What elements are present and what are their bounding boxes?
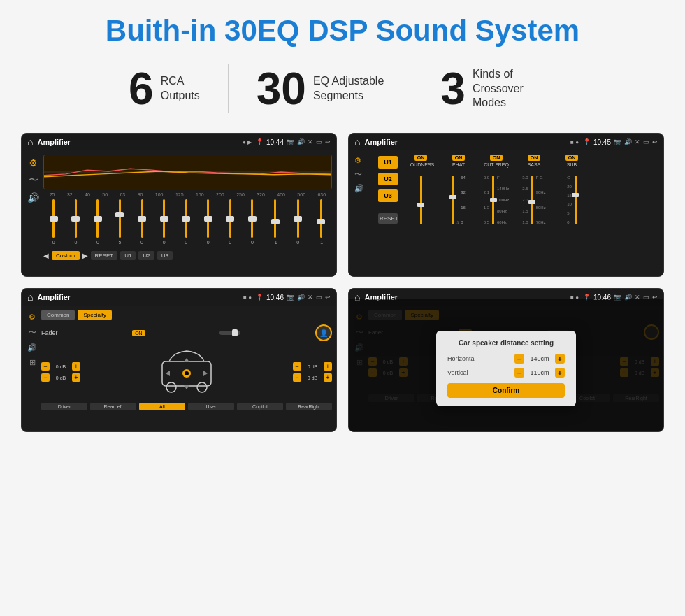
- cutfreq-label: CUT FREQ: [484, 162, 509, 167]
- fader-filter-icon[interactable]: ⚙: [29, 313, 36, 322]
- svg-point-4: [197, 382, 207, 392]
- eq-slider-5: 0: [140, 199, 143, 248]
- modal-title: Car speaker distance setting: [447, 339, 565, 347]
- home-icon[interactable]: ⌂: [27, 136, 33, 148]
- db-fl-minus[interactable]: −: [41, 362, 50, 371]
- eq-time: 10:44: [266, 138, 284, 146]
- eq-speaker-icon[interactable]: 🔊: [27, 192, 39, 203]
- svg-marker-8: [184, 385, 189, 389]
- eq-slider-10: 0: [251, 199, 254, 248]
- vertical-plus-btn[interactable]: +: [555, 368, 565, 378]
- fader-camera-icon: 📷: [287, 294, 294, 301]
- cross-status-bar: ⌂ Amplifier ■ ● 📍 10:45 📷 🔊 ✕ ▭ ↩: [349, 134, 663, 150]
- fader-avatar[interactable]: 👤: [315, 324, 332, 341]
- sub-on-badge: ON: [565, 155, 579, 161]
- fader-copilot-btn[interactable]: Copilot: [237, 403, 283, 410]
- screenshots-grid: ⌂ Amplifier ● ▶ 📍 10:44 📷 🔊 ✕ ▭ ↩ ⚙ 〜 🔊: [21, 133, 664, 432]
- cross-minimize-icon: ▭: [643, 138, 649, 145]
- svg-point-6: [185, 371, 189, 375]
- cross-filter-icon[interactable]: ⚙: [354, 156, 371, 165]
- stat-eq: 30 EQ AdjustableSegments: [229, 66, 412, 111]
- distance-screen-wrapper: ⌂ Amplifier ■ ● 📍 10:46 📷 🔊 ✕ ▭ ↩ ⚙ 〜 🔊 …: [348, 288, 664, 432]
- fader-time: 10:46: [266, 294, 284, 301]
- minimize-icon: ▭: [316, 138, 322, 145]
- confirm-button[interactable]: Confirm: [447, 383, 565, 398]
- vertical-value: 110cm: [527, 369, 552, 376]
- cross-wave-icon[interactable]: 〜: [354, 169, 371, 180]
- eq-prev-btn[interactable]: ◀: [43, 252, 49, 259]
- fader-wave-icon[interactable]: 〜: [29, 327, 36, 338]
- db-rr-minus[interactable]: −: [293, 373, 301, 382]
- fader-dot-icons: ■ ●: [243, 294, 252, 301]
- eq-u2-btn[interactable]: U2: [138, 251, 154, 260]
- fader-tab-specialty[interactable]: Specialty: [78, 310, 111, 320]
- fader-inner: ⚙ 〜 🔊 ⊞ Common Specialty Fader ON: [26, 310, 332, 410]
- fader-driver-btn[interactable]: Driver: [41, 403, 87, 410]
- cross-reset-btn[interactable]: RESET: [378, 213, 398, 224]
- fader-tab-common[interactable]: Common: [41, 310, 75, 320]
- sub-label: SUB: [567, 162, 577, 167]
- fader-expand-icon[interactable]: ⊞: [29, 358, 36, 367]
- db-rr-plus[interactable]: +: [324, 373, 332, 382]
- db-fr-minus[interactable]: −: [293, 362, 301, 371]
- modal-horizontal-row: Horizontal − 140cm +: [447, 354, 565, 364]
- eq-u1-btn[interactable]: U1: [120, 251, 136, 260]
- back-icon: ↩: [325, 138, 331, 145]
- fader-screen-wrapper: ⌂ Amplifier ■ ● 📍 10:46 📷 🔊 ✕ ▭ ↩ ⚙ 〜 🔊: [21, 288, 337, 432]
- cross-home-icon[interactable]: ⌂: [354, 136, 360, 148]
- fader-back-icon: ↩: [325, 294, 331, 301]
- crossover-number: 3: [440, 66, 466, 111]
- phat-label: PHAT: [452, 162, 465, 167]
- eq-u3-btn[interactable]: U3: [157, 251, 173, 260]
- fader-on-badge: ON: [132, 330, 145, 336]
- svg-marker-7: [184, 358, 189, 362]
- svg-marker-10: [203, 371, 208, 376]
- loudness-slider: [420, 169, 422, 224]
- fader-rearright-btn[interactable]: RearRight: [286, 403, 332, 410]
- cross-close-icon: ✕: [635, 138, 640, 145]
- eq-slider-9: 0: [229, 199, 231, 248]
- svg-marker-9: [166, 371, 170, 376]
- eq-slider-7: 0: [185, 199, 187, 248]
- eq-wave-icon[interactable]: 〜: [29, 174, 38, 187]
- modal-vertical-controls: − 110cm +: [514, 368, 565, 378]
- eq-dot-icons: ● ▶: [243, 139, 252, 145]
- cutfreq-on-badge: ON: [490, 155, 503, 161]
- db-fl-plus[interactable]: +: [72, 362, 80, 371]
- eq-graph: [43, 155, 332, 189]
- fader-user-btn[interactable]: User: [188, 403, 234, 410]
- db-rl-plus[interactable]: +: [72, 373, 80, 382]
- fader-all-btn[interactable]: All: [139, 403, 185, 410]
- modal-horizontal-controls: − 140cm +: [514, 354, 565, 364]
- cross-u2-btn[interactable]: U2: [378, 173, 398, 185]
- horizontal-plus-btn[interactable]: +: [555, 354, 565, 364]
- rca-label: RCAOutputs: [161, 74, 200, 103]
- cross-spk-icon[interactable]: 🔊: [354, 184, 371, 193]
- eq-slider-8: 0: [207, 199, 210, 248]
- eq-filter-icon[interactable]: ⚙: [29, 157, 38, 169]
- db-fr-value: 0 dB: [303, 364, 322, 369]
- loudness-label: LOUDNESS: [408, 162, 435, 167]
- vertical-minus-btn[interactable]: −: [514, 368, 524, 378]
- fader-home-icon[interactable]: ⌂: [27, 292, 33, 303]
- stats-row: 6 RCAOutputs 30 EQ AdjustableSegments 3 …: [21, 64, 664, 113]
- cutfreq-slider: 3.02.11.30.5 F140Hz100Hz80Hz60Hz: [484, 169, 510, 224]
- fader-minimize-icon: ▭: [316, 294, 322, 301]
- fader-spk-icon[interactable]: 🔊: [27, 343, 37, 352]
- db-fr-plus[interactable]: +: [324, 362, 332, 371]
- eq-next-btn[interactable]: ▶: [82, 252, 88, 259]
- fader-horizontal-slider[interactable]: [219, 331, 240, 335]
- fader-tabs: Common Specialty: [41, 310, 332, 320]
- horizontal-minus-btn[interactable]: −: [514, 354, 524, 364]
- eq-slider-13: -1: [319, 199, 323, 248]
- stat-crossover: 3 Kinds ofCrossover Modes: [412, 66, 584, 111]
- fader-status-icons: 📍 10:46 📷 🔊 ✕ ▭ ↩: [256, 294, 331, 301]
- eq-custom-btn[interactable]: Custom: [52, 251, 80, 260]
- cross-u1-btn[interactable]: U1: [378, 156, 398, 169]
- stat-rca: 6 RCAOutputs: [101, 66, 228, 111]
- cross-u3-btn[interactable]: U3: [378, 189, 398, 202]
- fader-rearleft-btn[interactable]: RearLeft: [90, 403, 136, 410]
- eq-slider-11: -1: [273, 199, 277, 248]
- eq-reset-btn[interactable]: RESET: [91, 251, 118, 260]
- db-rl-minus[interactable]: −: [41, 373, 50, 382]
